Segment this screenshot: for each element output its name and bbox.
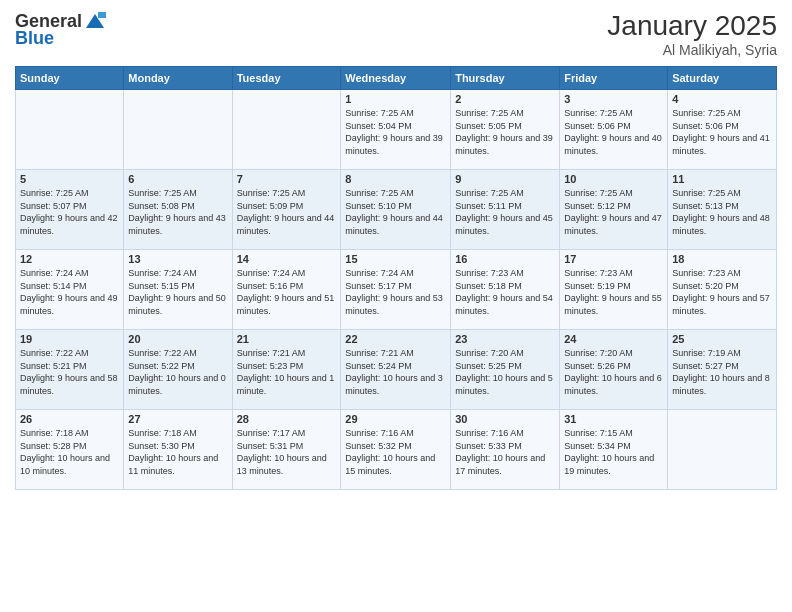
day-content: Sunrise: 7:18 AM Sunset: 5:28 PM Dayligh… [20,427,119,477]
day-number: 21 [237,333,337,345]
table-row: 8Sunrise: 7:25 AM Sunset: 5:10 PM Daylig… [341,170,451,250]
day-number: 5 [20,173,119,185]
day-content: Sunrise: 7:24 AM Sunset: 5:16 PM Dayligh… [237,267,337,317]
day-number: 18 [672,253,772,265]
table-row: 23Sunrise: 7:20 AM Sunset: 5:25 PM Dayli… [451,330,560,410]
day-content: Sunrise: 7:25 AM Sunset: 5:07 PM Dayligh… [20,187,119,237]
table-row: 19Sunrise: 7:22 AM Sunset: 5:21 PM Dayli… [16,330,124,410]
col-tuesday: Tuesday [232,67,341,90]
table-row: 31Sunrise: 7:15 AM Sunset: 5:34 PM Dayli… [560,410,668,490]
day-number: 30 [455,413,555,425]
table-row: 5Sunrise: 7:25 AM Sunset: 5:07 PM Daylig… [16,170,124,250]
col-thursday: Thursday [451,67,560,90]
day-content: Sunrise: 7:25 AM Sunset: 5:12 PM Dayligh… [564,187,663,237]
table-row: 20Sunrise: 7:22 AM Sunset: 5:22 PM Dayli… [124,330,232,410]
page-container: General Blue January 2025 Al Malikiyah, … [0,0,792,612]
table-row [232,90,341,170]
calendar-week-row: 12Sunrise: 7:24 AM Sunset: 5:14 PM Dayli… [16,250,777,330]
calendar-week-row: 26Sunrise: 7:18 AM Sunset: 5:28 PM Dayli… [16,410,777,490]
table-row: 12Sunrise: 7:24 AM Sunset: 5:14 PM Dayli… [16,250,124,330]
logo-icon [84,10,106,32]
day-number: 19 [20,333,119,345]
table-row: 29Sunrise: 7:16 AM Sunset: 5:32 PM Dayli… [341,410,451,490]
logo: General Blue [15,10,106,49]
table-row: 27Sunrise: 7:18 AM Sunset: 5:30 PM Dayli… [124,410,232,490]
day-content: Sunrise: 7:16 AM Sunset: 5:33 PM Dayligh… [455,427,555,477]
day-number: 1 [345,93,446,105]
day-content: Sunrise: 7:24 AM Sunset: 5:15 PM Dayligh… [128,267,227,317]
day-number: 6 [128,173,227,185]
calendar-week-row: 5Sunrise: 7:25 AM Sunset: 5:07 PM Daylig… [16,170,777,250]
day-number: 10 [564,173,663,185]
table-row: 2Sunrise: 7:25 AM Sunset: 5:05 PM Daylig… [451,90,560,170]
col-saturday: Saturday [668,67,777,90]
table-row: 28Sunrise: 7:17 AM Sunset: 5:31 PM Dayli… [232,410,341,490]
table-row: 14Sunrise: 7:24 AM Sunset: 5:16 PM Dayli… [232,250,341,330]
calendar-table: Sunday Monday Tuesday Wednesday Thursday… [15,66,777,490]
table-row: 10Sunrise: 7:25 AM Sunset: 5:12 PM Dayli… [560,170,668,250]
day-number: 26 [20,413,119,425]
col-friday: Friday [560,67,668,90]
day-content: Sunrise: 7:24 AM Sunset: 5:17 PM Dayligh… [345,267,446,317]
table-row: 6Sunrise: 7:25 AM Sunset: 5:08 PM Daylig… [124,170,232,250]
calendar-week-row: 19Sunrise: 7:22 AM Sunset: 5:21 PM Dayli… [16,330,777,410]
day-number: 12 [20,253,119,265]
day-content: Sunrise: 7:25 AM Sunset: 5:09 PM Dayligh… [237,187,337,237]
day-number: 2 [455,93,555,105]
day-number: 31 [564,413,663,425]
title-block: January 2025 Al Malikiyah, Syria [607,10,777,58]
day-content: Sunrise: 7:21 AM Sunset: 5:24 PM Dayligh… [345,347,446,397]
table-row: 9Sunrise: 7:25 AM Sunset: 5:11 PM Daylig… [451,170,560,250]
day-number: 3 [564,93,663,105]
day-number: 4 [672,93,772,105]
day-number: 22 [345,333,446,345]
day-content: Sunrise: 7:23 AM Sunset: 5:18 PM Dayligh… [455,267,555,317]
day-content: Sunrise: 7:15 AM Sunset: 5:34 PM Dayligh… [564,427,663,477]
table-row: 13Sunrise: 7:24 AM Sunset: 5:15 PM Dayli… [124,250,232,330]
table-row: 26Sunrise: 7:18 AM Sunset: 5:28 PM Dayli… [16,410,124,490]
day-number: 16 [455,253,555,265]
table-row: 25Sunrise: 7:19 AM Sunset: 5:27 PM Dayli… [668,330,777,410]
calendar-header-row: Sunday Monday Tuesday Wednesday Thursday… [16,67,777,90]
day-content: Sunrise: 7:23 AM Sunset: 5:19 PM Dayligh… [564,267,663,317]
day-number: 23 [455,333,555,345]
table-row [668,410,777,490]
day-content: Sunrise: 7:25 AM Sunset: 5:10 PM Dayligh… [345,187,446,237]
day-content: Sunrise: 7:25 AM Sunset: 5:11 PM Dayligh… [455,187,555,237]
day-number: 25 [672,333,772,345]
col-wednesday: Wednesday [341,67,451,90]
table-row [16,90,124,170]
table-row: 11Sunrise: 7:25 AM Sunset: 5:13 PM Dayli… [668,170,777,250]
day-number: 8 [345,173,446,185]
col-sunday: Sunday [16,67,124,90]
calendar-body: 1Sunrise: 7:25 AM Sunset: 5:04 PM Daylig… [16,90,777,490]
table-row: 1Sunrise: 7:25 AM Sunset: 5:04 PM Daylig… [341,90,451,170]
day-content: Sunrise: 7:25 AM Sunset: 5:06 PM Dayligh… [564,107,663,157]
table-row: 21Sunrise: 7:21 AM Sunset: 5:23 PM Dayli… [232,330,341,410]
calendar-week-row: 1Sunrise: 7:25 AM Sunset: 5:04 PM Daylig… [16,90,777,170]
day-content: Sunrise: 7:20 AM Sunset: 5:26 PM Dayligh… [564,347,663,397]
table-row: 18Sunrise: 7:23 AM Sunset: 5:20 PM Dayli… [668,250,777,330]
day-content: Sunrise: 7:22 AM Sunset: 5:22 PM Dayligh… [128,347,227,397]
table-row: 22Sunrise: 7:21 AM Sunset: 5:24 PM Dayli… [341,330,451,410]
day-content: Sunrise: 7:25 AM Sunset: 5:06 PM Dayligh… [672,107,772,157]
table-row: 3Sunrise: 7:25 AM Sunset: 5:06 PM Daylig… [560,90,668,170]
day-content: Sunrise: 7:18 AM Sunset: 5:30 PM Dayligh… [128,427,227,477]
day-number: 29 [345,413,446,425]
month-title: January 2025 [607,10,777,42]
day-content: Sunrise: 7:19 AM Sunset: 5:27 PM Dayligh… [672,347,772,397]
day-number: 15 [345,253,446,265]
table-row: 15Sunrise: 7:24 AM Sunset: 5:17 PM Dayli… [341,250,451,330]
day-content: Sunrise: 7:25 AM Sunset: 5:13 PM Dayligh… [672,187,772,237]
day-number: 11 [672,173,772,185]
day-content: Sunrise: 7:16 AM Sunset: 5:32 PM Dayligh… [345,427,446,477]
day-content: Sunrise: 7:23 AM Sunset: 5:20 PM Dayligh… [672,267,772,317]
table-row: 16Sunrise: 7:23 AM Sunset: 5:18 PM Dayli… [451,250,560,330]
day-number: 24 [564,333,663,345]
day-number: 13 [128,253,227,265]
day-content: Sunrise: 7:17 AM Sunset: 5:31 PM Dayligh… [237,427,337,477]
table-row [124,90,232,170]
page-header: General Blue January 2025 Al Malikiyah, … [15,10,777,58]
table-row: 30Sunrise: 7:16 AM Sunset: 5:33 PM Dayli… [451,410,560,490]
day-number: 7 [237,173,337,185]
